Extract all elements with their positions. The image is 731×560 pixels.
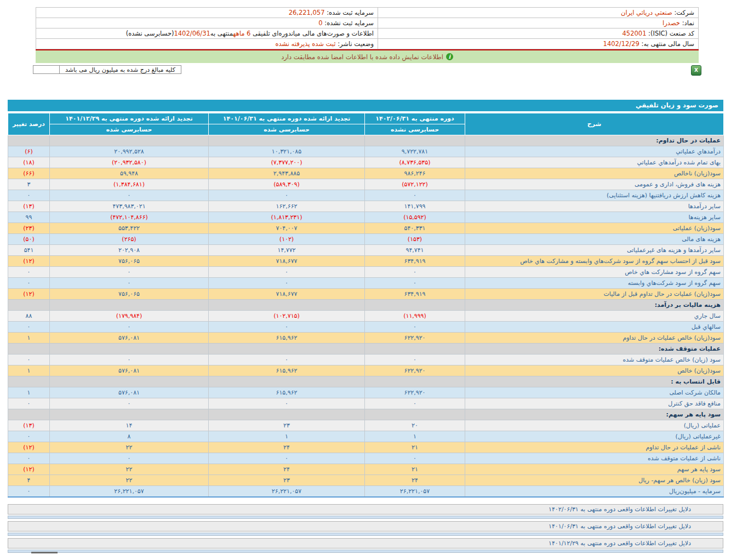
registered-capital-label: سرمایه ثبت شده: [327,9,374,16]
value-change-percent [8,300,50,311]
value-current: ۱ [365,431,465,442]
row-label: سود پایه هر سهم: [465,409,724,420]
value-prior-mid [209,409,365,420]
footer-divider-strip [8,550,723,553]
data-row: سود(زیان) خالص۶۲۲,۹۲۰۶۱۵,۹۶۲۵۷۶,۰۸۱۱ [8,365,724,376]
col-header-current-period: دوره منتهی به ۱۴۰۲/۰۶/۳۱ [365,113,465,124]
company-name-cell: شرکت: صنعتي دريائي ايران [378,8,699,18]
report-title-part: منتهی به [210,30,233,37]
footer-link[interactable]: دلایل تغییرات اطلاعات واقعی دوره منتهی ب… [8,521,723,532]
value-prior-mid: ۰ [209,267,365,278]
section-row: هزینه مالیات بر درآمد: [8,300,724,311]
col-header-description: شرح [465,113,724,135]
value-prior-mid: ۲۳ [209,420,365,431]
value-prior-mid: (۱,۸۱۳,۲۳۱) [209,212,365,223]
row-label: بهای تمام شده درآمدهاي عملياتي [465,157,724,168]
row-label: سود پایه هر سهم [465,464,724,475]
value-prior-mid: ۲۳ [209,475,365,486]
value-change-percent: (۱۲) [8,289,50,300]
value-prior-year [50,135,209,146]
company-info-table: شرکت: صنعتي دريائي ايران سرمایه ثبت شده:… [36,7,699,49]
value-prior-year: ۵۷۶,۰۸۱ [50,333,209,344]
value-current: ۶۲۲,۹۲۰ [365,333,465,344]
value-prior-year: ۴۷۳,۹۸۳,۰۲۱ [50,201,209,212]
value-change-percent: ۰ [8,453,50,464]
value-current: ۰ [365,453,465,464]
statement-header: شرح دوره منتهی به ۱۴۰۲/۰۶/۳۱ تجدید ارائه… [8,113,724,135]
data-row: هزینه های مالی(۱۵۳)(۱۰۲)(۲۶۵)(۵۰) [8,234,724,245]
publisher-status-value: ثبت شده پذیرفته نشده [275,40,335,48]
data-row: سود پایه هر سهم۲۱۲۴۲۲(۱۲) [8,464,724,475]
col-header-current-audit: حسابرسی نشده [365,124,465,135]
footer-link-label[interactable]: دلایل تغییرات اطلاعات واقعی دوره منتهی ب… [549,506,691,513]
value-prior-year [50,344,209,355]
col-header-prior-mid-period: تجدید ارائه شده دوره منتهی به ۱۴۰۱/۰۶/۳۱ [209,113,365,124]
row-label: عملیاتی (ریال) [465,420,724,431]
value-current: ۰ [365,355,465,365]
value-prior-year: ۰ [50,190,209,201]
value-change-percent: (۶۶) [8,168,50,179]
company-name-label: شرکت: [674,9,694,16]
section-row: سود پایه هر سهم: [8,409,724,420]
footer-links: دلایل تغییرات اطلاعات واقعی دوره منتهی ب… [8,504,723,553]
data-row: بهای تمام شده درآمدهاي عملياتي(۸,۷۳۶,۵۳۵… [8,157,724,168]
row-label: سود (زیان) خالص هر سهم- ریال [465,475,724,486]
data-row: هزینه های فروش، اداری و عمومی(۵۷۲,۱۲۲)(۵… [8,179,724,190]
info-row: نماد: خصدرا سرمایه ثبت نشده: 0 [36,18,699,28]
data-row: غیرعملیاتی (ریال)۱۱۸۰ [8,431,724,442]
company-name-value: صنعتي دريائي ايران [621,9,672,16]
value-prior-year: ۲۶,۲۲۱,۰۵۷ [50,486,209,498]
value-current: ۱۴۱,۷۹۹ [365,201,465,212]
value-change-percent: (۱۲) [8,256,50,267]
value-current: ۹۸۶,۲۴۶ [365,168,465,179]
value-change-percent: (۱۲) [8,464,50,475]
info-row: شرکت: صنعتي دريائي ايران سرمایه ثبت شده:… [36,8,699,18]
value-current [365,300,465,311]
value-prior-year: ۷۵۶,۰۶۵ [50,256,209,267]
data-row: سود(زیان) خالص عملیات در حال تداوم۶۲۲,۹۲… [8,333,724,344]
value-prior-mid: ۱۶۲,۶۶۲ [209,201,365,212]
value-prior-year: ۲۲ [50,464,209,475]
value-prior-year: (۱۷۹,۹۸۴) [50,311,209,322]
row-label: سود (زیان) خالص عملیات متوقف شده [465,355,724,365]
value-current: ۰ [365,398,465,409]
footer-link[interactable]: دلایل تغییرات اطلاعات واقعی دوره منتهی ب… [8,504,723,515]
footer-divider-strip [8,516,723,519]
col-header-prior-year-audit: حسابرسی شده [50,124,209,135]
registered-capital-value: 26,221,057 [289,9,325,16]
report-audit-note: (حسابرسی نشده) [126,30,174,37]
footer-link-label[interactable]: دلایل تغییرات اطلاعات واقعی دوره منتهی ب… [549,540,691,547]
data-row: ناشی از عملیات متوقف شده۰۰۰۰ [8,453,724,464]
data-row: ناشی از عملیات در حال تداوم۲۱۲۴۲۲(۱۲) [8,442,724,453]
value-change-percent: ۱ [8,333,50,344]
value-prior-year: ۲۰,۹۹۲,۵۲۸ [50,146,209,157]
value-change-percent: (۵۰) [8,234,50,245]
value-current: ۶۲۲,۹۲۰ [365,387,465,398]
excel-export-icon[interactable]: X [691,65,701,76]
value-prior-year: ۲۰۲,۹۰۸ [50,245,209,256]
row-label: هزینه کاهش ارزش دریافتنیها (هزینه استثنا… [465,190,724,201]
value-current: (۱۵,۵۹۲) [365,212,465,223]
footer-link[interactable]: دلایل تغییرات اطلاعات واقعی دوره منتهی ب… [8,538,723,548]
value-prior-mid: ۶۱۵,۹۶۲ [209,333,365,344]
col-header-change-percent: درصد تغییر [8,113,50,135]
row-label: سایر درآمدها [465,201,724,212]
unit-row: کلیه مبالغ درج شده به میلیون ریال می باش… [33,65,701,76]
row-label: سود(زیان) ناخالص [465,168,724,179]
data-row: عملیاتی (ریال)۲۰۲۳۱۴(۱۳) [8,420,724,431]
data-row: هزینه کاهش ارزش دریافتنیها (هزینه استثنا… [8,190,724,201]
value-change-percent: (۱۲) [8,442,50,453]
value-change-percent: (۱۳) [8,420,50,431]
info-icon: i [446,53,453,60]
footer-link-label[interactable]: دلایل تغییرات اطلاعات واقعی دوره منتهی ب… [549,523,691,530]
data-row: سود(زیان) عملیاتی۵۴۰,۳۳۱۷۰۴,۰۰۷۵۵۳,۴۲۲(۲… [8,223,724,234]
row-label: سود(زیان) عملیاتی [465,223,724,234]
value-prior-mid [209,344,365,355]
value-prior-mid: ۱۰,۳۲۱,۰۸۵ [209,146,365,157]
row-label: درآمدهاي عملياتي [465,146,724,157]
unit-empty-box [33,65,60,74]
value-prior-mid [209,135,365,146]
value-current: (۱۵۳) [365,234,465,245]
value-prior-mid: ۲۴ [209,464,365,475]
row-label: هزینه های مالی [465,234,724,245]
